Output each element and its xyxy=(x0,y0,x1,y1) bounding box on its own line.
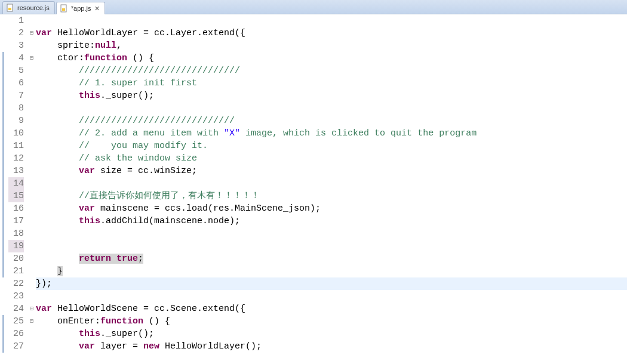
fold-toggle xyxy=(27,252,36,265)
line-number: 8 xyxy=(8,102,24,115)
line-number: 19 xyxy=(8,240,24,252)
code-line[interactable] xyxy=(36,14,627,27)
editor: 1234567891011121314151617181920212223242… xyxy=(0,14,627,364)
code-line[interactable]: }); xyxy=(36,277,627,290)
line-number: 23 xyxy=(8,290,24,303)
marker-cell xyxy=(0,252,8,265)
code-line[interactable]: ctor:function () { xyxy=(36,52,627,64)
fold-toggle xyxy=(27,152,36,165)
line-number: 20 xyxy=(8,252,24,265)
marker-cell xyxy=(0,77,8,90)
fold-toggle xyxy=(27,127,36,140)
marker-cell xyxy=(0,215,8,227)
svg-rect-3 xyxy=(62,8,65,11)
marker-cell xyxy=(0,240,8,252)
line-number: 13 xyxy=(8,165,24,177)
fold-toggle[interactable]: ⊟ xyxy=(27,52,36,64)
code-line[interactable]: ////////////////////////////// xyxy=(36,64,627,77)
code-line[interactable]: var size = cc.winSize; xyxy=(36,165,627,177)
js-file-icon xyxy=(7,4,15,12)
code-line[interactable]: var HelloWorldLayer = cc.Layer.extend({ xyxy=(36,27,627,39)
line-number: 26 xyxy=(8,328,24,340)
line-number: 27 xyxy=(8,340,24,353)
code-line[interactable]: sprite:null, xyxy=(36,39,627,52)
marker-cell xyxy=(0,14,8,27)
fold-toggle xyxy=(27,340,36,353)
code-line[interactable]: // you may modify it. xyxy=(36,140,627,152)
fold-toggle xyxy=(27,115,36,127)
marker-cell xyxy=(0,52,8,64)
fold-toggle xyxy=(27,77,36,90)
line-number: 1 xyxy=(8,14,24,27)
marker-cell xyxy=(0,152,8,165)
code-line[interactable]: var mainscene = ccs.load(res.MainScene_j… xyxy=(36,202,627,215)
line-number: 16 xyxy=(8,202,24,215)
code-line[interactable]: return true; xyxy=(36,252,627,265)
marker-cell xyxy=(0,140,8,152)
code-line[interactable]: // 2. add a menu item with "X" image, wh… xyxy=(36,127,627,140)
line-number: 2 xyxy=(8,27,24,39)
code-line[interactable] xyxy=(36,240,627,252)
tab-label: resource.js xyxy=(17,4,50,11)
code-line[interactable] xyxy=(36,290,627,303)
svg-rect-1 xyxy=(8,8,11,10)
code-line[interactable]: var HelloWorldScene = cc.Scene.extend({ xyxy=(36,303,627,315)
marker-cell xyxy=(0,315,8,328)
tab-resource-js[interactable]: resource.js xyxy=(2,1,55,14)
line-number: 6 xyxy=(8,77,24,90)
fold-toggle xyxy=(27,177,36,190)
code-line[interactable]: } xyxy=(36,265,627,277)
line-number: 14 xyxy=(8,177,24,190)
fold-toggle xyxy=(27,277,36,290)
fold-column: ⊟⊟⊟⊟ xyxy=(27,14,36,364)
code-line[interactable]: ///////////////////////////// xyxy=(36,115,627,127)
line-number: 15 xyxy=(8,190,24,202)
tab-app-js[interactable]: *app.js ✕ xyxy=(56,2,106,14)
code-line[interactable]: onEnter:function () { xyxy=(36,315,627,328)
code-line[interactable] xyxy=(36,177,627,190)
fold-toggle xyxy=(27,90,36,102)
close-icon[interactable]: ✕ xyxy=(94,5,100,13)
marker-cell xyxy=(0,90,8,102)
marker-cell xyxy=(0,127,8,140)
fold-toggle xyxy=(27,165,36,177)
code-line[interactable] xyxy=(36,227,627,240)
marker-cell xyxy=(0,265,8,277)
marker-column xyxy=(0,14,8,364)
code-line[interactable]: var layer = new HelloWorldLayer(); xyxy=(36,340,627,353)
fold-toggle xyxy=(27,328,36,340)
marker-cell xyxy=(0,102,8,115)
code-line[interactable]: this.addChild(mainscene.node); xyxy=(36,215,627,227)
line-number: 3 xyxy=(8,39,24,52)
fold-toggle xyxy=(27,14,36,27)
line-number: 9 xyxy=(8,115,24,127)
marker-cell xyxy=(0,177,8,190)
code-area[interactable]: var HelloWorldLayer = cc.Layer.extend({ … xyxy=(36,14,627,364)
code-line[interactable]: this._super(); xyxy=(36,328,627,340)
marker-cell xyxy=(0,202,8,215)
marker-cell xyxy=(0,227,8,240)
line-number: 21 xyxy=(8,265,24,277)
fold-toggle[interactable]: ⊟ xyxy=(27,315,36,328)
line-number: 22 xyxy=(8,277,24,290)
marker-cell xyxy=(0,39,8,52)
marker-cell xyxy=(0,328,8,340)
code-line[interactable]: //直接告诉你如何使用了，有木有！！！！！ xyxy=(36,190,627,202)
code-line[interactable]: // ask the window size xyxy=(36,152,627,165)
fold-toggle[interactable]: ⊟ xyxy=(27,303,36,315)
code-line[interactable]: this._super(); xyxy=(36,90,627,102)
line-number: 18 xyxy=(8,227,24,240)
code-line[interactable]: // 1. super init first xyxy=(36,77,627,90)
marker-cell xyxy=(0,165,8,177)
line-number: 4 xyxy=(8,52,24,64)
js-file-icon xyxy=(60,4,69,13)
line-number: 24 xyxy=(8,303,24,315)
fold-toggle xyxy=(27,102,36,115)
fold-toggle xyxy=(27,39,36,52)
fold-toggle xyxy=(27,265,36,277)
fold-toggle[interactable]: ⊟ xyxy=(27,27,36,39)
line-number: 17 xyxy=(8,215,24,227)
fold-toggle xyxy=(27,140,36,152)
line-number: 11 xyxy=(8,140,24,152)
code-line[interactable] xyxy=(36,102,627,115)
